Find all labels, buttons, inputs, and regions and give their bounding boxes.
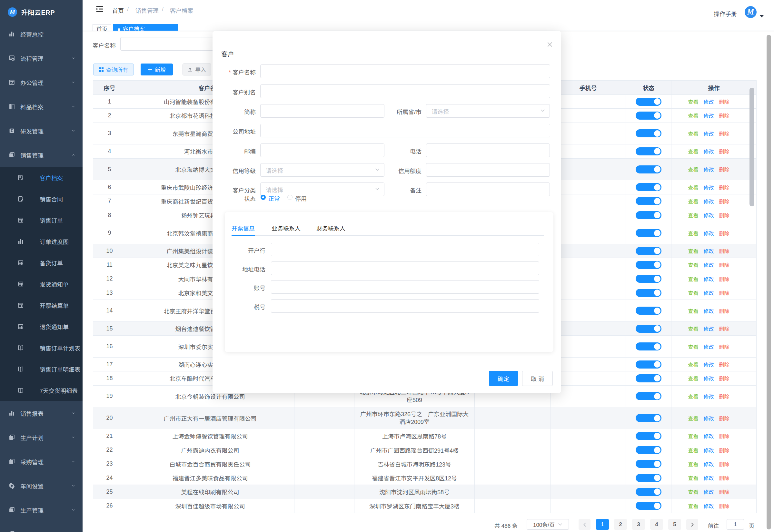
- svg-text:M: M: [747, 7, 755, 16]
- svg-text:M: M: [9, 9, 15, 15]
